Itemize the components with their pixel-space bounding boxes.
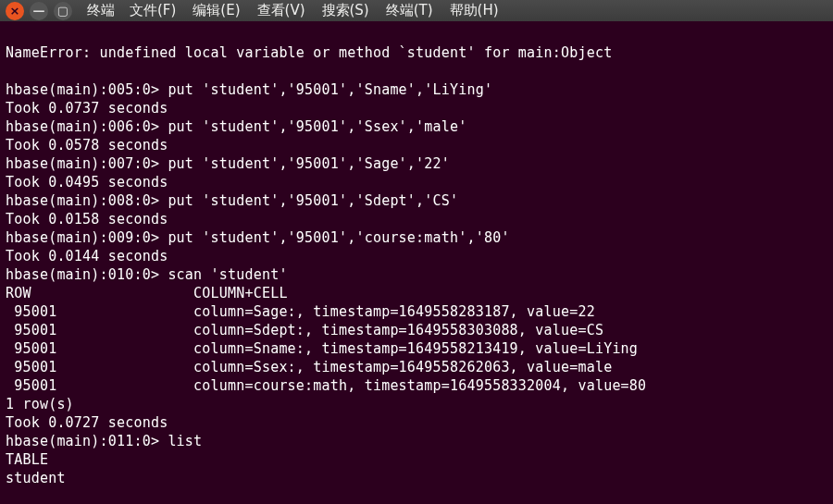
error-line: NameError: undefined local variable or m… — [6, 44, 612, 61]
cmd-line: hbase(main):005:0> put 'student','95001'… — [6, 81, 492, 98]
took-line: Took 0.0158 seconds — [6, 211, 168, 227]
menu-terminal[interactable]: 终端(T) — [384, 0, 435, 21]
table-header: TABLE — [6, 451, 48, 468]
menu-help[interactable]: 帮助(H) — [448, 0, 501, 21]
terminal-body[interactable]: NameError: undefined local variable or m… — [0, 21, 833, 504]
cmd-line: hbase(main):010:0> scan 'student' — [6, 266, 288, 283]
row-count: 1 row(s) — [6, 396, 74, 412]
menu-file[interactable]: 文件(F) — [128, 0, 178, 21]
cmd-line: hbase(main):011:0> list — [6, 433, 202, 449]
cmd-line: hbase(main):006:0> put 'student','95001'… — [6, 118, 466, 135]
menu-view[interactable]: 查看(V) — [255, 0, 307, 21]
titlebar: × — ▢ 终端 文件(F) 编辑(E) 查看(V) 搜索(S) 终端(T) 帮… — [0, 0, 833, 21]
took-line: Took 0.0737 seconds — [6, 100, 168, 117]
table-row: student — [6, 470, 66, 486]
scan-row: 95001 column=Sdept:, timestamp=164955830… — [6, 322, 603, 338]
scan-row: 95001 column=course:math, timestamp=1649… — [6, 377, 646, 394]
close-icon[interactable]: × — [6, 2, 24, 20]
app-label: 终端 — [87, 2, 115, 19]
cmd-line: hbase(main):009:0> put 'student','95001'… — [6, 229, 510, 246]
took-line: Took 0.0727 seconds — [6, 414, 168, 431]
scan-row: 95001 column=Sname:, timestamp=164955821… — [6, 340, 638, 357]
took-line: Took 0.0495 seconds — [6, 174, 168, 191]
menubar: 终端 文件(F) 编辑(E) 查看(V) 搜索(S) 终端(T) 帮助(H) — [87, 0, 501, 21]
cmd-line: hbase(main):008:0> put 'student','95001'… — [6, 192, 458, 209]
cmd-line: hbase(main):007:0> put 'student','95001'… — [6, 155, 450, 172]
scan-row: 95001 column=Ssex:, timestamp=1649558262… — [6, 359, 612, 375]
took-line: Took 0.0144 seconds — [6, 248, 168, 264]
minimize-icon[interactable]: — — [30, 2, 48, 20]
terminal-output: NameError: undefined local variable or m… — [6, 43, 827, 487]
scan-row: 95001 column=Sage:, timestamp=1649558283… — [6, 303, 595, 320]
menu-search[interactable]: 搜索(S) — [320, 0, 371, 21]
maximize-icon[interactable]: ▢ — [54, 2, 72, 20]
scan-header: ROW COLUMN+CELL — [6, 285, 288, 301]
took-line: Took 0.0578 seconds — [6, 137, 168, 154]
menu-edit[interactable]: 编辑(E) — [191, 0, 242, 21]
terminal-window: × — ▢ 终端 文件(F) 编辑(E) 查看(V) 搜索(S) 终端(T) 帮… — [0, 0, 833, 504]
